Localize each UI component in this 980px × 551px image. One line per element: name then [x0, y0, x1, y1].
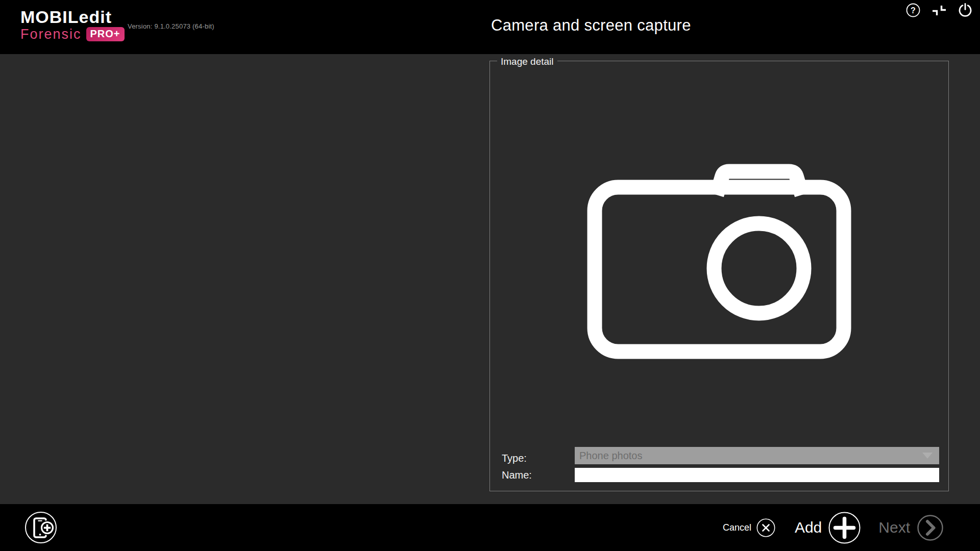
- next-label: Next: [878, 519, 910, 536]
- chevron-down-icon: [922, 453, 933, 459]
- logo-forensic: Forensic: [20, 27, 82, 41]
- panel-legend: Image detail: [497, 56, 557, 67]
- type-dropdown[interactable]: Phone photos: [575, 447, 939, 464]
- svg-text:?: ?: [911, 6, 916, 15]
- cancel-label: Cancel: [723, 522, 751, 533]
- logo-mobiledit: MOBILedit: [20, 8, 125, 26]
- window-controls: ?: [905, 3, 973, 18]
- power-icon: [958, 3, 973, 18]
- header-bar: MOBILedit Forensic PRO+ Version: 9.1.0.2…: [0, 0, 980, 54]
- chevron-right-icon: [917, 515, 943, 541]
- type-label: Type:: [502, 453, 527, 464]
- add-phone-icon: [24, 511, 57, 544]
- next-button[interactable]: Next: [878, 515, 943, 541]
- footer-bar: Cancel Add Next: [0, 504, 980, 551]
- name-input[interactable]: [575, 468, 939, 482]
- logo-pro-badge: PRO+: [86, 27, 125, 41]
- add-phone-button[interactable]: [24, 511, 57, 544]
- name-label: Name:: [502, 469, 532, 481]
- page-title: Camera and screen capture: [491, 16, 691, 35]
- version-text: Version: 9.1.0.25073 (64-bit): [128, 22, 214, 30]
- close-icon: [756, 518, 775, 537]
- plus-icon: [828, 512, 861, 544]
- footer-actions: Cancel Add Next: [723, 504, 943, 551]
- image-detail-panel: Image detail Type: Phone photos Name:: [489, 56, 949, 491]
- arrange-window-button[interactable]: [932, 3, 947, 18]
- help-icon: ?: [905, 3, 921, 18]
- cancel-button[interactable]: Cancel: [723, 518, 795, 537]
- camera-icon: [587, 163, 852, 367]
- type-dropdown-value: Phone photos: [575, 450, 922, 462]
- help-button[interactable]: ?: [905, 3, 921, 18]
- arrange-window-icon: [932, 3, 947, 18]
- add-button[interactable]: Add: [795, 512, 878, 544]
- power-button[interactable]: [958, 3, 973, 18]
- app-logo: MOBILedit Forensic PRO+: [20, 8, 125, 41]
- add-label: Add: [795, 519, 822, 536]
